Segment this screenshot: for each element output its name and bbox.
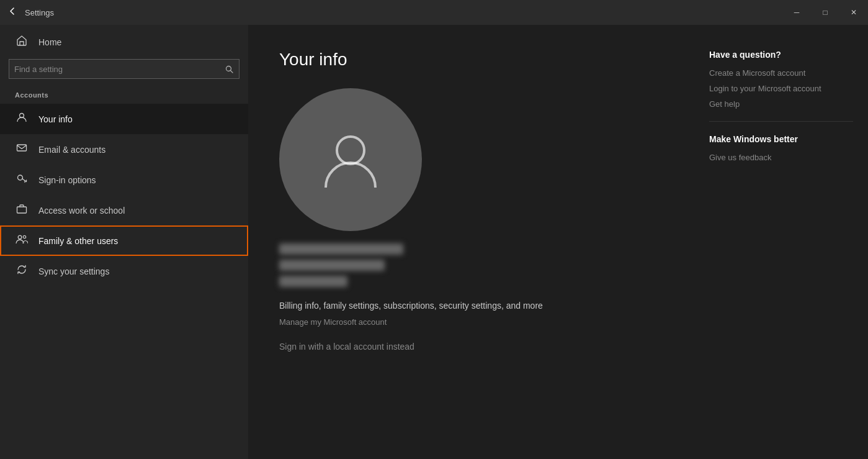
titlebar: Settings ─ □ ✕ [0,0,868,25]
search-container [9,59,239,79]
back-button[interactable] [7,6,17,19]
sidebar-item-sync-settings[interactable]: Sync your settings [0,256,248,286]
sidebar-item-sign-in-options[interactable]: Sign-in options [0,165,248,195]
manage-ms-account-link[interactable]: Manage my Microsoft account [279,317,387,327]
search-input[interactable] [9,65,219,74]
sidebar-item-access-work-school[interactable]: Access work or school [0,195,248,225]
main-content: Your info Billing info, family settings,… [248,25,694,459]
sidebar-item-email-accounts[interactable]: Email & accounts [0,134,248,165]
close-button[interactable]: ✕ [839,0,868,25]
billing-info-text: Billing info, family settings, subscript… [279,299,543,312]
svg-point-7 [23,235,25,238]
profile-section: Billing info, family settings, subscript… [279,88,663,352]
give-feedback-link[interactable]: Give us feedback [709,153,853,162]
page-title: Your info [279,50,663,70]
sidebar-item-label: Your info [38,114,73,124]
svg-rect-3 [17,145,27,151]
app-title: Settings [25,8,54,17]
svg-point-8 [337,137,364,164]
sidebar-item-your-info[interactable]: Your info [0,104,248,134]
home-icon [15,35,29,49]
sidebar-item-home[interactable]: Home [0,25,248,59]
svg-point-4 [18,175,23,180]
sidebar-item-label: Email & accounts [38,145,105,155]
email-icon [15,142,29,157]
svg-point-6 [18,235,22,239]
person-icon [15,112,29,126]
local-account-link[interactable]: Sign in with a local account instead [279,342,414,352]
blur-info-line [279,276,347,287]
svg-line-1 [230,70,233,73]
window-controls: ─ □ ✕ [782,0,868,25]
have-question-title: Have a question? [709,50,853,60]
blur-name-line [279,243,403,255]
family-icon [15,234,29,248]
get-help-link[interactable]: Get help [709,99,853,109]
sidebar-item-label: Sign-in options [38,175,96,185]
app-body: Home Accounts Your info [0,25,868,459]
briefcase-icon [15,203,29,217]
user-info-blurred [279,243,403,287]
key-icon [15,173,29,187]
accounts-heading: Accounts [0,89,248,104]
sidebar-item-family-other-users[interactable]: Family & other users [0,225,248,256]
sidebar: Home Accounts Your info [0,25,248,459]
panel-divider [709,121,853,122]
minimize-button[interactable]: ─ [782,0,811,25]
maximize-button[interactable]: □ [811,0,839,25]
avatar [279,88,422,231]
sidebar-item-label: Sync your settings [38,266,109,276]
search-icon [219,59,239,79]
login-ms-account-link[interactable]: Login to your Microsoft account [709,84,853,93]
sidebar-item-label: Family & other users [38,236,118,246]
create-ms-account-link[interactable]: Create a Microsoft account [709,68,853,78]
blur-email-line [279,260,385,271]
sync-icon [15,264,29,278]
sidebar-item-label: Access work or school [38,206,125,216]
right-panel: Have a question? Create a Microsoft acco… [694,25,868,459]
make-windows-better-title: Make Windows better [709,134,853,144]
svg-rect-5 [17,207,27,213]
home-label: Home [38,37,61,47]
